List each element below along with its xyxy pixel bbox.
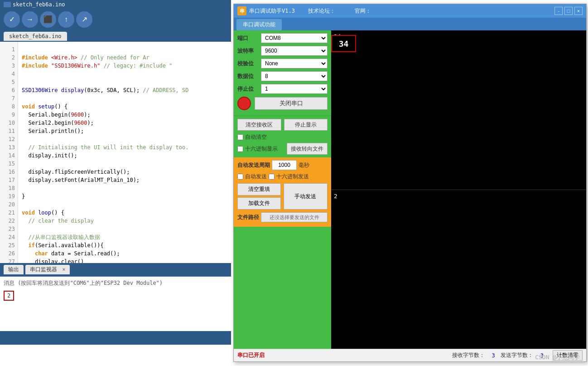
console-input[interactable]: 2 — [4, 291, 14, 301]
recv-count: 3 — [492, 352, 495, 359]
parity-row: 校验位 None — [237, 59, 328, 68]
hex-send-checkbox[interactable] — [269, 174, 275, 180]
send-section: 自动发送周期 1000 毫秒 自动发送 十六进制发送 — [234, 157, 331, 227]
serial-nav: 串口调试功能 — [234, 18, 586, 30]
arduino-tab-title: sketch_feb6a.ino — [13, 1, 65, 8]
file-path-button[interactable]: 还没选择要发送的文件 — [261, 212, 328, 222]
minimize-button[interactable]: - — [554, 7, 563, 15]
debug-button[interactable]: ⬛ — [40, 11, 56, 28]
serial-titlebar: 串 串口调试助手V1.3 技术论坛： 官网： - □ × — [234, 4, 586, 18]
stopbits-select[interactable]: 1 — [261, 84, 328, 94]
serial-statusbar: 串口已开启 接收字节数： 3 发送字节数： 3 计数清零 — [234, 349, 586, 361]
databits-row: 数据位 8 — [237, 71, 328, 81]
maximize-button[interactable]: □ — [564, 7, 573, 15]
auto-clear-checkbox[interactable] — [237, 134, 243, 140]
baud-select[interactable]: 9600 — [261, 46, 328, 56]
load-file-button[interactable]: 加载文件 — [237, 197, 281, 210]
serial-debug-tab[interactable]: 串口调试功能 — [236, 19, 282, 30]
parity-label: 校验位 — [237, 60, 261, 68]
serial-debug-window: 串 串口调试助手V1.3 技术论坛： 官网： - □ × 串口调试功能 端口 — [233, 4, 587, 362]
close-port-button[interactable]: 关闭串口 — [255, 97, 328, 110]
port-open-status: 串口已开启 — [237, 351, 265, 359]
topbar-icon — [4, 2, 11, 7]
recv-label: 接收字节数： — [452, 351, 485, 359]
baud-row: 波特率 9600 — [237, 46, 328, 56]
serial-window-icon: 串 — [237, 6, 246, 15]
serial-display: 34 2 — [331, 30, 586, 349]
display-top: 34 — [331, 30, 586, 190]
verify-button[interactable]: ✓ — [4, 11, 20, 28]
port-label: 端口 — [237, 34, 261, 42]
databits-label: 数据位 — [237, 73, 261, 80]
line-numbers: 12345 678910 1112131415 1617181920 21222… — [0, 42, 18, 263]
bottom-panel: 输出 串口监视器 × 消息 (按回车将消息发送到"COM6"上的"ESP32 D… — [0, 263, 231, 345]
stopbits-row: 停止位 1 — [237, 84, 328, 94]
tab-sketch[interactable]: sketch_feb6a.ino — [4, 32, 67, 41]
clear-recv-button[interactable]: 清空接收区 — [237, 119, 281, 131]
period-unit: 毫秒 — [299, 161, 309, 169]
clear-reset-button[interactable]: 清空重填 — [237, 183, 281, 195]
close-button[interactable]: × — [574, 7, 583, 15]
code-content[interactable]: #include <Wire.h> // Only needed for Ar … — [18, 42, 231, 263]
redirect-button[interactable]: 接收转向文件 — [287, 143, 328, 155]
databits-select[interactable]: 8 — [261, 71, 328, 81]
file-path-row: 文件路径 还没选择要发送的文件 — [237, 212, 328, 222]
csdn-watermark: CSDN @小范同学_ — [535, 353, 583, 361]
arduino-toolbar: ✓ → ⬛ ↑ ↗ — [0, 9, 231, 29]
hex-send-label[interactable]: 十六进制发送 — [269, 173, 309, 181]
console-message: 消息 (按回车将消息发送到"COM6"上的"ESP32 Dev Module") — [4, 279, 227, 287]
upload-button[interactable]: → — [22, 11, 38, 28]
auto-send-checkbox[interactable] — [237, 174, 243, 180]
tab-output[interactable]: 输出 — [4, 265, 24, 274]
parity-select[interactable]: None — [261, 59, 328, 68]
display-bottom: 2 — [331, 190, 586, 349]
arduino-topbar: sketch_feb6a.ino — [0, 0, 231, 9]
send-checkboxes: 自动发送 十六进制发送 — [237, 173, 328, 181]
hex-display-checkbox[interactable] — [237, 146, 243, 152]
serial-controls: 端口 COM8 波特率 9600 校验位 None — [234, 30, 331, 349]
auto-send-label[interactable]: 自动发送 — [237, 173, 267, 181]
receive-section: 清空接收区 停止显示 自动清空 十六进制显示 接收转向文件 — [234, 116, 331, 157]
open-button[interactable]: ↗ — [76, 11, 92, 28]
file-path-label: 文件路径 — [237, 214, 259, 221]
port-status-indicator — [237, 97, 251, 110]
serial-main-content: 端口 COM8 波特率 9600 校验位 None — [234, 30, 586, 349]
auto-clear-label[interactable]: 自动清空 — [237, 133, 328, 141]
window-controls: - □ × — [554, 7, 583, 15]
highlighted-value-box: 34 — [331, 35, 356, 52]
hex-display-label[interactable]: 十六进制显示 — [237, 145, 278, 153]
display-bottom-value: 2 — [334, 193, 337, 200]
bottom-tabs: 输出 串口监视器 × — [0, 263, 231, 277]
port-btn-row: 关闭串口 — [237, 97, 328, 110]
port-row: 端口 COM8 — [237, 33, 328, 43]
arduino-tabs: sketch_feb6a.ino — [0, 29, 231, 41]
console-area: 消息 (按回车将消息发送到"COM6"上的"ESP32 Dev Module")… — [0, 277, 231, 331]
code-editor: 12345 678910 1112131415 1617181920 21222… — [0, 41, 231, 263]
port-section: 端口 COM8 波特率 9600 校验位 None — [234, 30, 331, 116]
highlighted-value: 34 — [339, 39, 349, 49]
stopbits-label: 停止位 — [237, 85, 261, 93]
tab-serial-monitor[interactable]: 串口监视器 × — [25, 265, 70, 274]
period-label: 自动发送周期 — [237, 161, 270, 169]
period-row: 自动发送周期 1000 毫秒 — [237, 160, 328, 170]
period-input[interactable]: 1000 — [272, 160, 297, 170]
port-select[interactable]: COM8 — [261, 33, 328, 43]
serial-window-title: 串口调试助手V1.3 技术论坛： 官网： — [249, 7, 554, 15]
baud-label: 波特率 — [237, 47, 261, 55]
stop-display-button[interactable]: 停止显示 — [284, 119, 328, 131]
new-button[interactable]: ↑ — [58, 11, 74, 28]
send-label: 发送字节数： — [501, 351, 533, 359]
manual-send-button[interactable]: 手动发送 — [284, 183, 328, 210]
